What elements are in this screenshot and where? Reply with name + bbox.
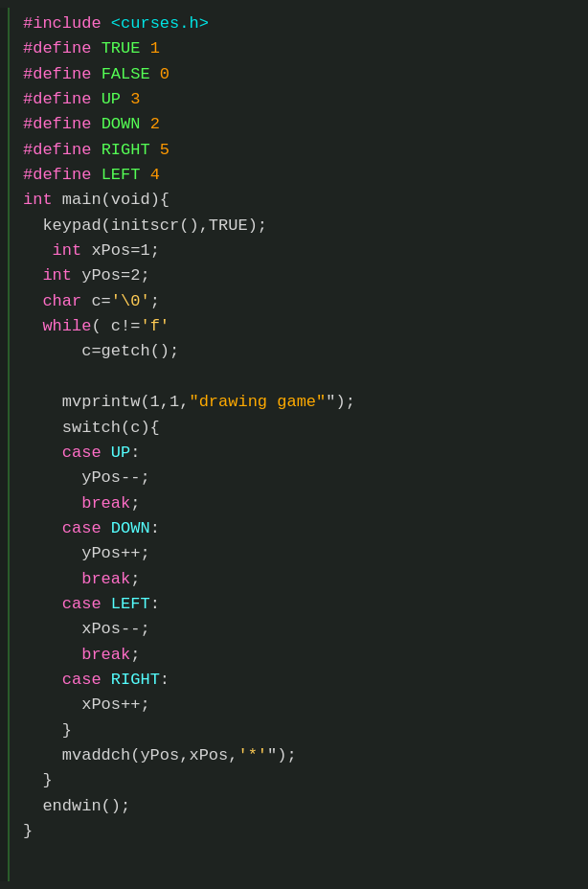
code-line — [23, 365, 578, 390]
code-line: mvaddch(yPos,xPos,'*'"); — [23, 743, 578, 768]
code-line: } — [23, 819, 578, 844]
code-line: while( c!='f' — [23, 314, 578, 339]
code-line: #define FALSE 0 — [23, 62, 578, 87]
code-line: break; — [23, 491, 578, 516]
code-line: keypad(initscr(),TRUE); — [23, 214, 578, 239]
code-line: yPos++; — [23, 541, 578, 566]
code-line: yPos--; — [23, 466, 578, 490]
code-line: #define LEFT 4 — [23, 163, 578, 188]
code-line: char c='\0'; — [23, 289, 578, 314]
code-line: endwin(); — [23, 794, 578, 819]
code-line: xPos--; — [23, 617, 578, 642]
code-line: #include <curses.h> — [23, 11, 578, 36]
code-line: #define RIGHT 5 — [23, 138, 578, 163]
code-area[interactable]: #include <curses.h>#define TRUE 1#define… — [10, 8, 588, 881]
line-numbers — [0, 8, 10, 881]
code-line: switch(c){ — [23, 416, 578, 441]
code-line: } — [23, 718, 578, 743]
code-line: #define DOWN 2 — [23, 112, 578, 137]
code-line: case RIGHT: — [23, 668, 578, 693]
code-line: case LEFT: — [23, 592, 578, 617]
code-line: c=getch(); — [23, 339, 578, 364]
code-line: #define TRUE 1 — [23, 36, 578, 61]
code-line: #define UP 3 — [23, 87, 578, 112]
code-line: xPos++; — [23, 693, 578, 718]
code-line: case UP: — [23, 441, 578, 466]
code-line: } — [23, 768, 578, 793]
code-line: int main(void){ — [23, 188, 578, 213]
code-editor: #include <curses.h>#define TRUE 1#define… — [0, 0, 588, 889]
code-line: mvprintw(1,1,"drawing game""); — [23, 390, 578, 415]
code-line: break; — [23, 567, 578, 592]
code-line: break; — [23, 643, 578, 668]
code-line: int yPos=2; — [23, 263, 578, 288]
code-line: int xPos=1; — [23, 239, 578, 263]
code-line: case DOWN: — [23, 516, 578, 541]
